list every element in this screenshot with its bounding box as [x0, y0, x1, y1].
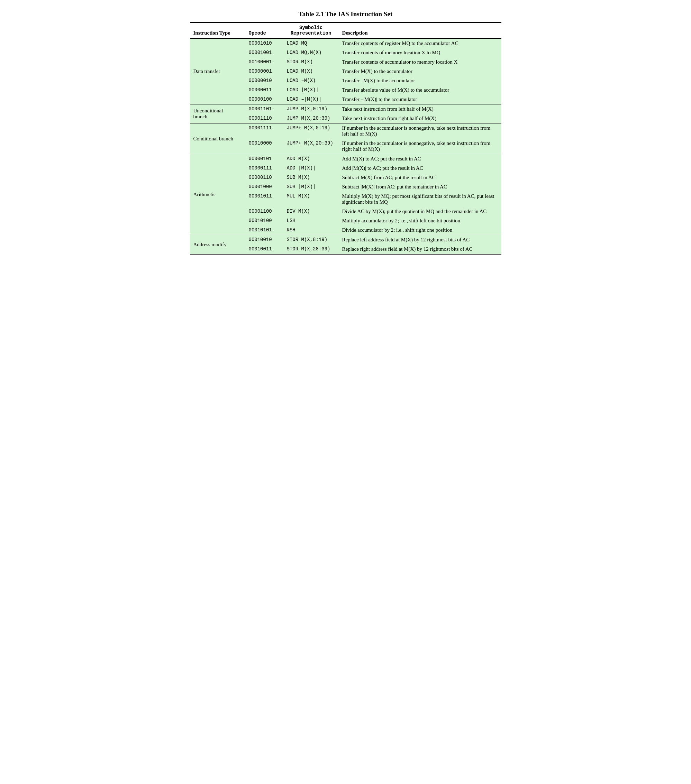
cell-description: Add |M(X)| to AC; put the result in AC	[339, 163, 501, 173]
cell-opcode: 00000001	[245, 67, 284, 76]
cell-symbolic: STOR M(X,8:19)	[284, 235, 339, 245]
cell-symbolic: LOAD |M(X)|	[284, 86, 339, 95]
cell-symbolic: SUB M(X)	[284, 173, 339, 182]
cell-description: Replace left address field at M(X) by 12…	[339, 235, 501, 245]
cell-description: Add M(X) to AC; put the result in AC	[339, 154, 501, 164]
cell-opcode: 00001001	[245, 48, 284, 58]
cell-instruction-type: Data transfer	[190, 38, 245, 104]
cell-opcode: 00001100	[245, 207, 284, 216]
cell-opcode: 00010100	[245, 216, 284, 226]
cell-description: Multiply M(X) by MQ; put most significan…	[339, 192, 501, 207]
cell-symbolic: LOAD –|M(X)|	[284, 95, 339, 104]
cell-description: Divide accumulator by 2; i.e., shift rig…	[339, 226, 501, 235]
cell-opcode: 00010101	[245, 226, 284, 235]
cell-description: Replace right address field at M(X) by 1…	[339, 244, 501, 254]
cell-opcode: 00000011	[245, 86, 284, 95]
cell-description: Transfer –|M(X)| to the accumulator	[339, 95, 501, 104]
table-title: Table 2.1 The IAS Instruction Set	[190, 10, 501, 18]
cell-opcode: 00001101	[245, 104, 284, 114]
cell-description: Transfer contents of accumulator to memo…	[339, 58, 501, 67]
table-row: Data transfer00001010LOAD MQTransfer con…	[190, 38, 501, 48]
cell-description: Transfer absolute value of M(X) to the a…	[339, 86, 501, 95]
cell-opcode: 00000100	[245, 95, 284, 104]
cell-opcode: 00001000	[245, 182, 284, 192]
cell-description: Transfer –M(X) to the accumulator	[339, 76, 501, 86]
cell-symbolic: MUL M(X)	[284, 192, 339, 207]
table-row: Arithmetic00000101ADD M(X)Add M(X) to AC…	[190, 154, 501, 164]
cell-opcode: 00000010	[245, 76, 284, 86]
cell-opcode: 00001011	[245, 192, 284, 207]
cell-symbolic: LOAD –M(X)	[284, 76, 339, 86]
cell-opcode: 00001010	[245, 38, 284, 48]
cell-symbolic: SUB |M(X)|	[284, 182, 339, 192]
cell-symbolic: STOR M(X,28:39)	[284, 244, 339, 254]
cell-symbolic: JUMP M(X,0:19)	[284, 104, 339, 114]
cell-description: Multiply accumulator by 2; i.e., shift l…	[339, 216, 501, 226]
cell-instruction-type: Address modify	[190, 235, 245, 255]
cell-opcode: 00010011	[245, 244, 284, 254]
cell-opcode: 00000101	[245, 154, 284, 164]
cell-description: Transfer contents of memory location X t…	[339, 48, 501, 58]
cell-opcode: 00010010	[245, 235, 284, 245]
cell-symbolic: JUMP M(X,20:39)	[284, 114, 339, 124]
cell-opcode: 00010000	[245, 139, 284, 154]
cell-opcode: 00000111	[245, 163, 284, 173]
cell-symbolic: STOR M(X)	[284, 58, 339, 67]
table-row: Address modify00010010STOR M(X,8:19)Repl…	[190, 235, 501, 245]
table-row: Unconditionalbranch00001101JUMP M(X,0:19…	[190, 104, 501, 114]
cell-description: Divide AC by M(X); put the quotient in M…	[339, 207, 501, 216]
table-row: Conditional branch00001111JUMP+ M(X,0:19…	[190, 124, 501, 139]
cell-symbolic: LSH	[284, 216, 339, 226]
cell-symbolic: RSH	[284, 226, 339, 235]
cell-symbolic: JUMP+ M(X,20:39)	[284, 139, 339, 154]
header-instruction-type: Instruction Type	[190, 23, 245, 38]
cell-instruction-type: Arithmetic	[190, 154, 245, 235]
cell-description: If number in the accumulator is nonnegat…	[339, 139, 501, 154]
cell-symbolic: ADD M(X)	[284, 154, 339, 164]
header-opcode: Opcode	[245, 23, 284, 38]
cell-description: Take next instruction from left half of …	[339, 104, 501, 114]
cell-description: Subtract M(X) from AC; put the result in…	[339, 173, 501, 182]
cell-symbolic: ADD |M(X)|	[284, 163, 339, 173]
cell-opcode: 00100001	[245, 58, 284, 67]
header-symbolic: Symbolic Representation	[284, 23, 339, 38]
cell-instruction-type: Conditional branch	[190, 124, 245, 154]
cell-opcode: 00000110	[245, 173, 284, 182]
header-description: Description	[339, 23, 501, 38]
cell-symbolic: DIV M(X)	[284, 207, 339, 216]
cell-symbolic: LOAD MQ	[284, 38, 339, 48]
page-container: Table 2.1 The IAS Instruction Set Instru…	[190, 10, 501, 255]
cell-description: If number in the accumulator is nonnegat…	[339, 124, 501, 139]
cell-opcode: 00001111	[245, 124, 284, 139]
cell-opcode: 00001110	[245, 114, 284, 124]
cell-symbolic: JUMP+ M(X,0:19)	[284, 124, 339, 139]
cell-symbolic: LOAD MQ,M(X)	[284, 48, 339, 58]
cell-symbolic: LOAD M(X)	[284, 67, 339, 76]
ias-instruction-table: Instruction Type Opcode Symbolic Represe…	[190, 22, 501, 255]
cell-instruction-type: Unconditionalbranch	[190, 104, 245, 124]
cell-description: Take next instruction from right half of…	[339, 114, 501, 124]
cell-description: Transfer M(X) to the accumulator	[339, 67, 501, 76]
cell-description: Transfer contents of register MQ to the …	[339, 38, 501, 48]
cell-description: Subtract |M(X)| from AC; put the remaind…	[339, 182, 501, 192]
